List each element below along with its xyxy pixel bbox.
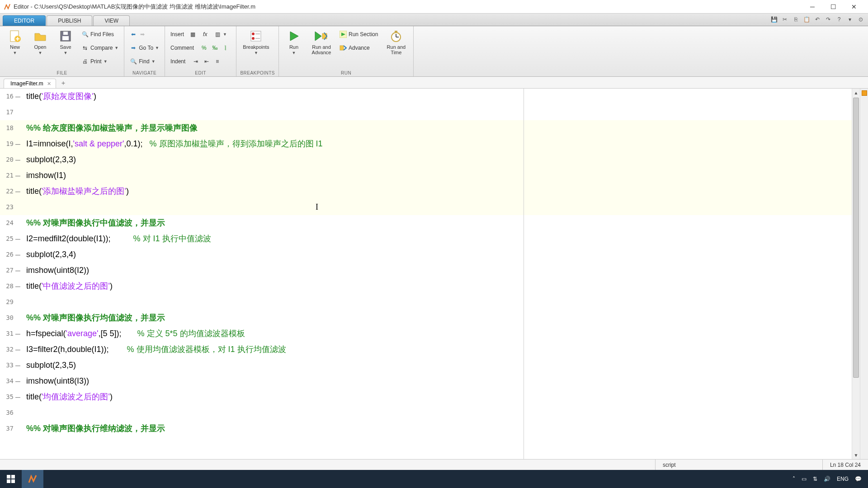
dock-qat-icon[interactable]: ▾ bbox=[845, 15, 854, 24]
maximize-button[interactable]: ☐ bbox=[823, 0, 844, 14]
code-text[interactable]: %% 给灰度图像添加椒盐噪声，并显示噪声图像 bbox=[24, 120, 868, 136]
close-tab-icon[interactable]: ✕ bbox=[47, 81, 51, 87]
code-text[interactable]: subplot(2,3,4) bbox=[24, 247, 868, 263]
nav-back-forward[interactable]: ⬅➡ bbox=[128, 28, 161, 41]
tab-view[interactable]: VIEW bbox=[93, 15, 130, 26]
code-line[interactable]: 23I bbox=[0, 199, 868, 215]
scroll-up-icon[interactable]: ▲ bbox=[852, 89, 860, 97]
code-text[interactable] bbox=[24, 294, 868, 310]
tray-language[interactable]: ENG bbox=[837, 476, 849, 482]
code-line[interactable]: 25—I2=medfilt2(double(I1)); % 对 I1 执行中值滤… bbox=[0, 231, 868, 247]
code-line[interactable]: 31—h=fspecial('average',[5 5]); % 定义 5*5… bbox=[0, 326, 868, 342]
breakpoints-button[interactable]: Breakpoints▼ bbox=[240, 28, 272, 55]
code-text[interactable]: I1=imnoise(I,'salt & pepper',0.1); % 原图添… bbox=[24, 136, 868, 152]
code-text[interactable]: %% 对噪声图像执行维纳滤波，并显示 bbox=[24, 421, 868, 436]
run-button[interactable]: Run▼ bbox=[283, 28, 305, 55]
code-line[interactable]: 18%% 给灰度图像添加椒盐噪声，并显示噪声图像 bbox=[0, 120, 868, 136]
minimize-button[interactable]: ─ bbox=[802, 0, 823, 14]
start-button[interactable] bbox=[0, 470, 22, 488]
file-tabbar: ImageFilter.m ✕ ＋ bbox=[0, 77, 868, 89]
code-text[interactable]: I2=medfilt2(double(I1)); % 对 I1 执行中值滤波 bbox=[24, 231, 868, 247]
line-dash bbox=[15, 294, 24, 310]
scroll-thumb[interactable] bbox=[853, 98, 859, 378]
code-line[interactable]: 26—subplot(2,3,4) bbox=[0, 247, 868, 263]
code-text[interactable]: subplot(2,3,3) bbox=[24, 152, 868, 168]
code-line[interactable]: 27—imshow(uint8(I2)) bbox=[0, 263, 868, 278]
code-text[interactable]: h=fspecial('average',[5 5]); % 定义 5*5 的均… bbox=[24, 326, 868, 342]
code-editor[interactable]: 16—title('原始灰度图像')1718%% 给灰度图像添加椒盐噪声，并显示… bbox=[0, 89, 868, 436]
code-text[interactable]: I bbox=[24, 199, 868, 215]
editor-area[interactable]: 16—title('原始灰度图像')1718%% 给灰度图像添加椒盐噪声，并显示… bbox=[0, 89, 868, 459]
tray-chevron-icon[interactable]: ˄ bbox=[793, 476, 795, 482]
scroll-down-icon[interactable]: ▼ bbox=[852, 451, 860, 459]
code-line[interactable]: 17 bbox=[0, 104, 868, 120]
code-text[interactable]: title('中值滤波之后的图') bbox=[24, 278, 868, 294]
code-line[interactable]: 22—title('添加椒盐噪声之后的图') bbox=[0, 183, 868, 199]
comment-button[interactable]: Comment %‰⦚ bbox=[169, 42, 232, 54]
compare-button[interactable]: ⇆Compare ▼ bbox=[80, 42, 120, 54]
code-line[interactable]: 37%% 对噪声图像执行维纳滤波，并显示 bbox=[0, 421, 868, 436]
find-files-button[interactable]: 🔍Find Files bbox=[80, 28, 120, 41]
code-line[interactable]: 19—I1=imnoise(I,'salt & pepper',0.1); % … bbox=[0, 136, 868, 152]
print-button[interactable]: 🖨Print ▼ bbox=[80, 55, 120, 68]
code-text[interactable]: I3=filter2(h,double(I1)); % 使用均值滤波器模板，对 … bbox=[24, 342, 868, 357]
find-button[interactable]: 🔍Find ▼ bbox=[128, 55, 161, 68]
help-qat-icon[interactable]: ? bbox=[835, 15, 844, 24]
tray-notifications-icon[interactable]: 💬 bbox=[855, 476, 862, 482]
code-line[interactable]: 32—I3=filter2(h,double(I1)); % 使用均值滤波器模板… bbox=[0, 342, 868, 357]
code-line[interactable]: 36 bbox=[0, 405, 868, 421]
tray-network-icon[interactable]: ⇅ bbox=[813, 476, 817, 482]
code-text[interactable]: imshow(I1) bbox=[24, 168, 868, 183]
code-line[interactable]: 20—subplot(2,3,3) bbox=[0, 152, 868, 168]
run-advance-button[interactable]: Run and Advance bbox=[308, 28, 335, 55]
code-text[interactable]: imshow(uint8(I2)) bbox=[24, 263, 868, 278]
file-tab-imagefilter[interactable]: ImageFilter.m ✕ bbox=[4, 79, 56, 88]
code-text[interactable]: title('添加椒盐噪声之后的图') bbox=[24, 183, 868, 199]
close-window-button[interactable]: ✕ bbox=[844, 0, 864, 14]
save-qat-icon[interactable]: 💾 bbox=[769, 15, 778, 24]
code-line[interactable]: 34—imshow(uint8(I3)) bbox=[0, 373, 868, 389]
open-button[interactable]: Open▼ bbox=[29, 28, 52, 55]
message-bar[interactable] bbox=[860, 89, 868, 459]
code-text[interactable]: title('原始灰度图像') bbox=[24, 89, 868, 104]
code-line[interactable]: 28—title('中值滤波之后的图') bbox=[0, 278, 868, 294]
code-text[interactable]: %% 对噪声图像执行均值滤波，并显示 bbox=[24, 310, 868, 326]
code-line[interactable]: 24%% 对噪声图像执行中值滤波，并显示 bbox=[0, 215, 868, 231]
cut-qat-icon[interactable]: ✂ bbox=[780, 15, 789, 24]
code-text[interactable]: subplot(2,3,5) bbox=[24, 357, 868, 373]
vertical-scrollbar[interactable]: ▲ ▼ bbox=[852, 89, 860, 459]
line-dash bbox=[15, 120, 24, 136]
insert-button[interactable]: Insert ▦ fx ▥▼ bbox=[169, 28, 232, 41]
advance-button[interactable]: Advance bbox=[338, 42, 380, 54]
group-edit: Insert ▦ fx ▥▼ Comment %‰⦚ Indent ⇥⇤≡ ED… bbox=[165, 26, 236, 76]
tray-volume-icon[interactable]: 🔊 bbox=[824, 476, 830, 482]
tray-battery-icon[interactable]: ▭ bbox=[802, 476, 807, 482]
new-button[interactable]: New▼ bbox=[4, 28, 26, 55]
code-text[interactable]: title('均值滤波之后的图') bbox=[24, 389, 868, 405]
copy-qat-icon[interactable]: ⎘ bbox=[791, 15, 800, 24]
goto-button[interactable]: ➡Go To ▼ bbox=[128, 42, 161, 54]
code-line[interactable]: 16—title('原始灰度图像') bbox=[0, 89, 868, 104]
code-line[interactable]: 30%% 对噪声图像执行均值滤波，并显示 bbox=[0, 310, 868, 326]
tab-publish[interactable]: PUBLISH bbox=[47, 15, 92, 26]
tab-editor[interactable]: EDITOR bbox=[3, 15, 46, 26]
run-section-button[interactable]: Run Section bbox=[338, 28, 380, 41]
indent-button[interactable]: Indent ⇥⇤≡ bbox=[169, 55, 232, 68]
undo-qat-icon[interactable]: ↶ bbox=[813, 15, 822, 24]
code-text[interactable] bbox=[24, 405, 868, 421]
warning-indicator-icon[interactable] bbox=[862, 90, 867, 96]
code-text[interactable]: imshow(uint8(I3)) bbox=[24, 373, 868, 389]
redo-qat-icon[interactable]: ↷ bbox=[824, 15, 833, 24]
code-line[interactable]: 29 bbox=[0, 294, 868, 310]
run-time-button[interactable]: Run and Time bbox=[382, 28, 410, 55]
save-button[interactable]: Save▼ bbox=[54, 28, 77, 55]
minimize-ribbon-icon[interactable]: ⊙ bbox=[856, 15, 865, 24]
code-text[interactable] bbox=[24, 104, 868, 120]
paste-qat-icon[interactable]: 📋 bbox=[802, 15, 811, 24]
code-line[interactable]: 21—imshow(I1) bbox=[0, 168, 868, 183]
code-line[interactable]: 33—subplot(2,3,5) bbox=[0, 357, 868, 373]
taskbar-matlab-button[interactable] bbox=[22, 470, 43, 488]
add-tab-button[interactable]: ＋ bbox=[58, 78, 69, 88]
code-text[interactable]: %% 对噪声图像执行中值滤波，并显示 bbox=[24, 215, 868, 231]
code-line[interactable]: 35—title('均值滤波之后的图') bbox=[0, 389, 868, 405]
